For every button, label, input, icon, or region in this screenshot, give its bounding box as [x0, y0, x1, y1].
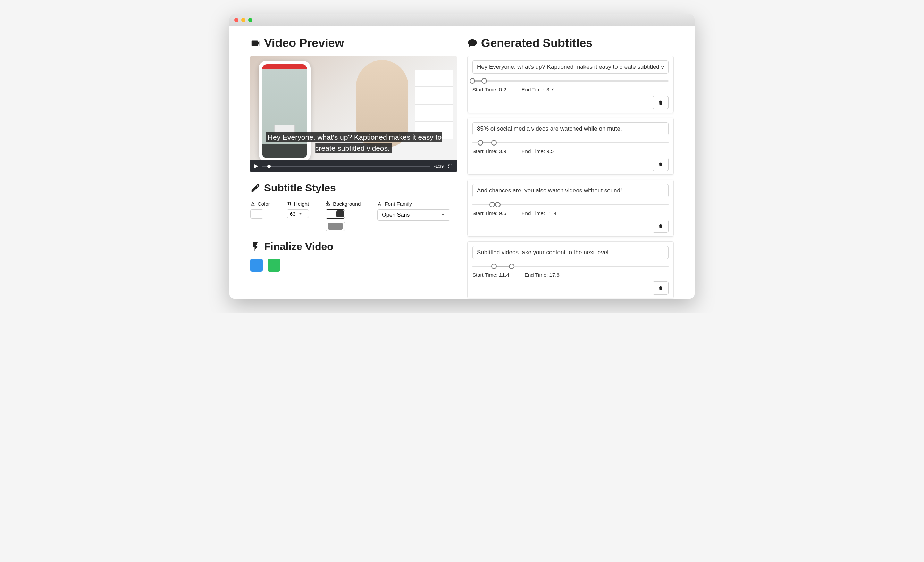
edit-icon: [250, 183, 261, 193]
range-end-knob[interactable]: [491, 140, 497, 146]
background-option-dark[interactable]: [326, 209, 345, 219]
end-time-label: End Time: 3.7: [522, 87, 554, 92]
text-height-icon: [287, 201, 292, 206]
style-font-group: Font Family Open Sans: [377, 201, 450, 221]
font-family-label: Font Family: [377, 201, 450, 207]
chevron-down-icon: [298, 211, 303, 216]
subtitle-text-input[interactable]: [472, 122, 669, 135]
height-label: Height: [287, 201, 309, 207]
video-timeline[interactable]: [262, 166, 430, 167]
height-select[interactable]: 63: [287, 209, 309, 218]
end-time-label: End Time: 9.5: [522, 148, 554, 154]
height-value: 63: [290, 211, 296, 217]
app-window: Video Preview Hey Everyone, what's up? K…: [230, 14, 694, 299]
range-start-knob[interactable]: [491, 264, 497, 269]
range-start-knob[interactable]: [478, 140, 483, 146]
generated-subtitles-title-text: Generated Subtitles: [481, 36, 592, 50]
subtitle-card-footer: [472, 96, 669, 109]
video-preview-title-text: Video Preview: [264, 36, 344, 50]
decor-shelf: [415, 70, 453, 139]
caret-down-icon: [441, 212, 446, 218]
video-preview-heading: Video Preview: [250, 36, 457, 50]
subtitle-card: Start Time: 9.6End Time: 11.4: [467, 180, 674, 236]
finalize-primary-button[interactable]: [250, 259, 263, 272]
range-end-knob[interactable]: [482, 78, 487, 84]
color-label: Color: [250, 201, 270, 207]
window-minimize-button[interactable]: [241, 18, 245, 22]
text-color-icon: [250, 201, 255, 206]
subtitle-range-slider[interactable]: [472, 142, 669, 143]
style-height-group: Height 63: [287, 201, 309, 218]
styles-row: Color Height 63: [250, 201, 457, 231]
right-column: Generated Subtitles Start Time: 0.2End T…: [467, 36, 674, 299]
subtitle-card-footer: [472, 219, 669, 233]
trash-icon: [658, 100, 663, 105]
subtitle-card-footer: [472, 158, 669, 171]
range-start-knob[interactable]: [489, 202, 495, 207]
video-player[interactable]: Hey Everyone, what's up? Kaptioned makes…: [250, 56, 457, 172]
trash-icon: [658, 223, 663, 229]
video-timeline-knob[interactable]: [267, 165, 271, 168]
range-end-knob[interactable]: [509, 264, 514, 269]
delete-subtitle-button[interactable]: [652, 281, 669, 295]
time-remaining: -1:39: [434, 164, 444, 169]
finalize-row: [250, 259, 457, 272]
font-family-select[interactable]: Open Sans: [377, 209, 450, 221]
start-time-label: Start Time: 9.6: [472, 210, 506, 216]
subtitle-range-slider[interactable]: [472, 266, 669, 267]
generated-subtitles-heading: Generated Subtitles: [467, 36, 674, 50]
style-background-group: Background: [326, 201, 361, 231]
window-zoom-button[interactable]: [248, 18, 252, 22]
subtitle-card: Start Time: 11.4End Time: 17.6: [467, 241, 674, 298]
end-time-label: End Time: 17.6: [525, 272, 560, 278]
trash-icon: [658, 285, 663, 291]
subtitle-card-footer: [472, 281, 669, 295]
subtitle-text-input[interactable]: [472, 60, 669, 74]
decor-person: [356, 60, 408, 147]
video-controls: -1:39: [250, 161, 457, 172]
subtitle-range-slider[interactable]: [472, 80, 669, 82]
content-area: Video Preview Hey Everyone, what's up? K…: [230, 26, 694, 299]
start-time-label: Start Time: 0.2: [472, 87, 506, 92]
range-end-knob[interactable]: [495, 202, 501, 207]
subtitle-times: Start Time: 9.6End Time: 11.4: [472, 210, 669, 216]
subtitle-times: Start Time: 3.9End Time: 9.5: [472, 148, 669, 154]
finalize-secondary-button[interactable]: [268, 259, 280, 272]
fullscreen-button[interactable]: [448, 164, 453, 169]
subtitle-times: Start Time: 0.2End Time: 3.7: [472, 87, 669, 92]
subtitle-text-input[interactable]: [472, 184, 669, 197]
trash-icon: [658, 162, 663, 167]
play-button[interactable]: [254, 164, 258, 168]
delete-subtitle-button[interactable]: [652, 158, 669, 171]
window-titlebar: [230, 14, 694, 26]
background-option-grey[interactable]: [326, 222, 345, 231]
subtitles-list: Start Time: 0.2End Time: 3.7Start Time: …: [467, 56, 674, 299]
start-time-label: Start Time: 3.9: [472, 148, 506, 154]
start-time-label: Start Time: 11.4: [472, 272, 509, 278]
delete-subtitle-button[interactable]: [652, 219, 669, 233]
subtitle-card: Start Time: 3.9End Time: 9.5: [467, 118, 674, 175]
range-start-knob[interactable]: [470, 78, 475, 84]
style-color-group: Color: [250, 201, 270, 219]
font-icon: [377, 201, 382, 206]
lightning-icon: [250, 241, 261, 252]
subtitle-styles-title-text: Subtitle Styles: [264, 182, 336, 194]
subtitle-card: Start Time: 0.2End Time: 3.7: [467, 56, 674, 113]
fill-icon: [326, 201, 331, 206]
delete-subtitle-button[interactable]: [652, 96, 669, 109]
background-label: Background: [326, 201, 361, 207]
subtitle-text-input[interactable]: [472, 246, 669, 259]
video-camera-icon: [250, 38, 261, 48]
left-column: Video Preview Hey Everyone, what's up? K…: [250, 36, 457, 299]
subtitle-styles-heading: Subtitle Styles: [250, 182, 457, 194]
color-picker[interactable]: [250, 209, 264, 219]
finalize-video-title-text: Finalize Video: [264, 241, 334, 252]
end-time-label: End Time: 11.4: [522, 210, 557, 216]
subtitle-times: Start Time: 11.4End Time: 17.6: [472, 272, 669, 278]
speech-bubble-icon: [467, 38, 478, 48]
window-close-button[interactable]: [234, 18, 238, 22]
subtitle-range-slider[interactable]: [472, 204, 669, 205]
finalize-video-heading: Finalize Video: [250, 241, 457, 252]
font-family-value: Open Sans: [382, 212, 410, 218]
decor-phone: [259, 61, 310, 162]
